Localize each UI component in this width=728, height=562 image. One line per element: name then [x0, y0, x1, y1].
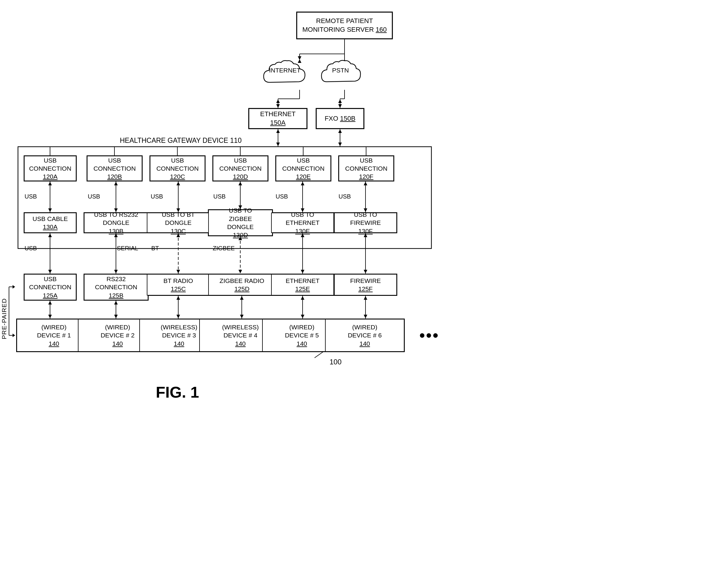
usb-120a-box: USBCONNECTION120A — [24, 156, 76, 181]
gateway-label: HEALTHCARE GATEWAY DEVICE 110 — [120, 137, 241, 145]
svg-marker-76 — [364, 182, 367, 185]
ethernet-150a-box: ETHERNET 150A — [249, 108, 307, 129]
svg-marker-51 — [338, 129, 342, 133]
eth-125e-box: ETHERNET125E — [271, 274, 334, 295]
fxo-label: FXO 150B — [325, 114, 356, 123]
usb-label-d: USB — [213, 193, 226, 200]
svg-marker-64 — [114, 182, 118, 185]
svg-marker-111 — [364, 315, 367, 318]
usb-125a-box: USBCONNECTION125A — [24, 274, 76, 300]
svg-marker-60 — [48, 209, 52, 212]
ref-100: 100 — [330, 358, 342, 366]
rs232-125b-box: RS232CONNECTION125B — [84, 274, 148, 300]
bt-130c-box: USB TO BTDONGLE 130C — [147, 213, 210, 233]
serial-label: SERIAL — [117, 245, 138, 252]
svg-marker-39 — [276, 104, 280, 108]
svg-marker-106 — [240, 296, 244, 300]
bt-label: BT — [151, 245, 159, 252]
svg-marker-117 — [13, 333, 15, 337]
svg-marker-67 — [176, 182, 180, 185]
usb-label-b: USB — [88, 193, 100, 200]
usb-120f-box: USBCONNECTION120F — [339, 156, 394, 181]
internet-cloud: INTERNET — [261, 58, 309, 93]
zigbee-130d-box: USB TOZIGBEEDONGLE 130D — [208, 210, 273, 236]
svg-marker-100 — [114, 301, 118, 304]
svg-marker-116 — [13, 285, 15, 288]
fig-label: FIG. 1 — [156, 383, 199, 401]
pstn-label: PSTN — [323, 67, 358, 74]
internet-label: INTERNET — [266, 67, 303, 74]
svg-marker-87 — [238, 270, 242, 274]
bt-125c-box: BT RADIO125C — [147, 274, 210, 295]
usb-label-e: USB — [276, 193, 288, 200]
usb-label-f: USB — [339, 193, 351, 200]
fw-130f-box: USB TOFIREWIRE 130F — [334, 213, 397, 233]
usb-label-a: USB — [25, 193, 37, 200]
usb-120b-box: USBCONNECTION120B — [87, 156, 142, 181]
svg-marker-50 — [338, 143, 342, 146]
usb-120e-box: USBCONNECTION120E — [276, 156, 331, 181]
svg-marker-84 — [176, 270, 180, 274]
ellipsis: ••• — [419, 326, 439, 344]
svg-marker-78 — [48, 270, 52, 274]
zigbee-125d-box: ZIGBEE RADIO125D — [208, 274, 276, 295]
server-box: REMOTE PATIENTMONITORING SERVER 160 — [297, 12, 392, 39]
rs232-130b-box: USB TO RS232DONGLE 130B — [84, 213, 148, 233]
diagram: INTERNET PSTN REMOTE PATIENTMONITORING S… — [0, 0, 728, 562]
svg-marker-102 — [176, 315, 180, 318]
fw-125f-box: FIREWIRE125F — [334, 274, 397, 295]
usb-120c-box: USBCONNECTION120C — [150, 156, 205, 181]
svg-marker-97 — [48, 301, 52, 304]
svg-marker-48 — [276, 129, 280, 133]
svg-marker-73 — [301, 182, 304, 185]
usb-cable-130a-box: USB CABLE130A — [24, 213, 76, 233]
svg-marker-105 — [240, 315, 244, 318]
svg-marker-61 — [48, 182, 52, 185]
svg-marker-81 — [114, 270, 118, 274]
svg-marker-112 — [364, 296, 367, 300]
dev6-box: (WIRED)DEVICE # 6 140 — [325, 319, 404, 352]
svg-marker-70 — [238, 182, 242, 185]
zigbee-label: ZIGBEE — [213, 245, 235, 252]
svg-marker-109 — [301, 296, 304, 300]
svg-marker-108 — [301, 315, 304, 318]
eth-130e-box: USB TOETHERNET 130E — [271, 213, 334, 233]
usb-label-2a: USB — [25, 245, 37, 252]
svg-marker-79 — [48, 234, 52, 237]
svg-marker-103 — [176, 296, 180, 300]
usb-label-c: USB — [151, 193, 163, 200]
svg-marker-90 — [301, 270, 304, 274]
svg-marker-99 — [114, 315, 118, 318]
fxo-box: FXO 150B — [316, 108, 364, 129]
svg-marker-45 — [338, 99, 342, 103]
pstn-cloud: PSTN — [319, 58, 361, 93]
pre-paired-label: PRE-PAIRED — [1, 293, 8, 344]
svg-marker-96 — [48, 315, 52, 318]
ethernet-150a-label: ETHERNET 150A — [252, 110, 304, 127]
svg-marker-44 — [338, 104, 342, 108]
svg-marker-47 — [276, 143, 280, 146]
svg-marker-93 — [364, 270, 367, 274]
usb-120d-box: USBCONNECTION120D — [213, 156, 268, 181]
server-label: REMOTE PATIENTMONITORING SERVER 160 — [302, 17, 387, 34]
svg-marker-40 — [276, 99, 280, 103]
